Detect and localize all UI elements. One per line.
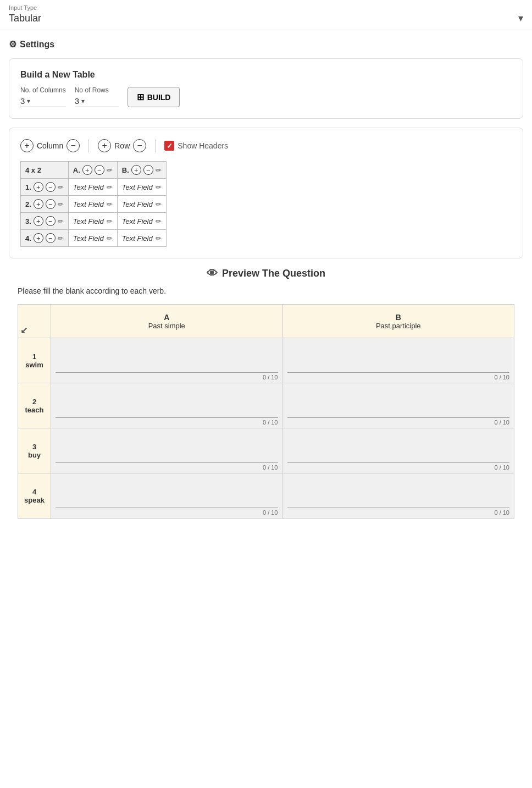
preview-row-word-0: swim xyxy=(18,361,51,369)
build-button[interactable]: ⊞ BUILD xyxy=(128,87,180,107)
add-row-0-button[interactable]: + xyxy=(34,182,43,192)
input-type-label: Input Type xyxy=(9,4,523,11)
edit-cell-2-a-icon[interactable]: ✏ xyxy=(107,217,113,225)
preview-input-cell-1-b[interactable]: 0 / 10 xyxy=(282,383,514,428)
remove-row-3-button[interactable]: − xyxy=(46,233,56,243)
edit-row-3-icon[interactable]: ✏ xyxy=(58,234,64,243)
preview-input-cell-1-a[interactable]: 0 / 10 xyxy=(51,383,283,428)
add-col-b-button[interactable]: + xyxy=(131,165,141,175)
preview-input-cell-0-a[interactable]: 0 / 10 xyxy=(51,338,283,383)
add-row-1-button[interactable]: + xyxy=(34,199,43,209)
row-num-3: 4. xyxy=(25,234,31,243)
preview-table: ↙ A Past simple B Past participle 1 xyxy=(18,304,514,519)
table-row: 2. + − ✏ Text Field ✏ Text Field ✏ xyxy=(21,196,167,213)
remove-column-button[interactable]: − xyxy=(66,139,80,152)
cell-3-b-value: Text Field xyxy=(122,234,153,243)
preview-col-b-sub: Past participle xyxy=(283,322,514,330)
cell-1-a: Text Field ✏ xyxy=(68,196,117,213)
build-icon: ⊞ xyxy=(137,92,144,102)
rows-select[interactable]: 3 ▾ xyxy=(75,96,119,107)
columns-label: No. of Columns xyxy=(20,86,66,94)
preview-textarea-1-a[interactable] xyxy=(56,388,278,415)
columns-value: 3 xyxy=(20,96,25,106)
cell-0-a-value: Text Field xyxy=(73,183,104,191)
edit-row-2-icon[interactable]: ✏ xyxy=(58,217,64,225)
cell-2-a: Text Field ✏ xyxy=(68,213,117,230)
columns-arrow-icon: ▾ xyxy=(27,97,30,105)
row-num-0: 1. xyxy=(25,183,31,191)
preview-row-header-0: 1 swim xyxy=(18,338,51,383)
edit-cell-0-a-icon[interactable]: ✏ xyxy=(107,183,113,191)
add-column-button[interactable]: + xyxy=(20,139,34,152)
data-table: 4 x 2 A. + − ✏ B. + − xyxy=(20,161,167,247)
cell-0-a: Text Field ✏ xyxy=(68,179,117,196)
columns-field: No. of Columns 3 ▾ xyxy=(20,86,66,107)
col-a-header: A. + − ✏ xyxy=(68,162,117,179)
remove-col-a-button[interactable]: − xyxy=(95,165,104,175)
preview-textarea-1-b[interactable] xyxy=(287,388,510,415)
row-label: Row xyxy=(114,141,130,150)
edit-col-a-icon[interactable]: ✏ xyxy=(107,166,113,174)
show-headers-label: Show Headers xyxy=(178,141,228,150)
build-table-title: Build a New Table xyxy=(20,70,512,80)
preview-row-header-1: 2 teach xyxy=(18,383,51,428)
edit-row-0-icon[interactable]: ✏ xyxy=(58,183,64,191)
preview-input-cell-3-b[interactable]: 0 / 10 xyxy=(282,473,514,519)
col-b-letter: B. xyxy=(122,166,129,174)
cell-2-a-value: Text Field xyxy=(73,217,104,225)
build-table-card: Build a New Table No. of Columns 3 ▾ No … xyxy=(9,58,523,119)
preview-textarea-3-b[interactable] xyxy=(287,478,510,505)
cell-0-b-value: Text Field xyxy=(122,183,153,191)
preview-input-cell-2-a[interactable]: 0 / 10 xyxy=(51,428,283,473)
columns-select[interactable]: 3 ▾ xyxy=(20,96,66,107)
cell-0-b: Text Field ✏ xyxy=(117,179,166,196)
rows-value: 3 xyxy=(75,96,79,106)
edit-col-b-icon[interactable]: ✏ xyxy=(156,166,162,174)
remove-row-button[interactable]: − xyxy=(133,139,146,152)
settings-section: ⚙ Settings Build a New Table No. of Colu… xyxy=(0,30,532,532)
input-type-select[interactable]: Tabular ▾ xyxy=(9,12,523,30)
preview-input-cell-3-a[interactable]: 0 / 10 xyxy=(51,473,283,519)
toolbar-divider-2 xyxy=(155,139,156,152)
preview-input-cell-0-b[interactable]: 0 / 10 xyxy=(282,338,514,383)
preview-row-word-3: speak xyxy=(18,496,51,504)
edit-cell-0-b-icon[interactable]: ✏ xyxy=(156,183,162,191)
edit-cell-3-a-icon[interactable]: ✏ xyxy=(107,234,113,243)
remove-row-0-button[interactable]: − xyxy=(46,182,56,192)
cell-3-a-value: Text Field xyxy=(73,234,104,243)
edit-cell-2-b-icon[interactable]: ✏ xyxy=(156,217,162,225)
preview-counter-2-a: 0 / 10 xyxy=(56,462,278,471)
add-row-3-button[interactable]: + xyxy=(34,233,43,243)
remove-row-1-button[interactable]: − xyxy=(46,199,56,209)
row-num-cell-2: 3. + − ✏ xyxy=(21,213,69,230)
add-col-a-button[interactable]: + xyxy=(82,165,92,175)
preview-counter-3-a: 0 / 10 xyxy=(56,508,278,516)
show-headers-checkbox[interactable] xyxy=(164,141,174,151)
add-row-button[interactable]: + xyxy=(98,139,111,152)
preview-textarea-2-b[interactable] xyxy=(287,433,510,460)
toolbar-row: + Column − + Row − Show Headers xyxy=(20,139,512,152)
preview-row-num-1: 2 xyxy=(18,398,51,406)
edit-cell-3-b-icon[interactable]: ✏ xyxy=(156,234,162,243)
preview-textarea-3-a[interactable] xyxy=(56,478,278,505)
show-headers-group: Show Headers xyxy=(164,141,228,151)
gear-icon: ⚙ xyxy=(9,39,16,49)
preview-col-a-header: A Past simple xyxy=(51,305,283,338)
edit-row-1-icon[interactable]: ✏ xyxy=(58,200,64,208)
rows-label: No of Rows xyxy=(75,86,119,94)
preview-input-cell-2-b[interactable]: 0 / 10 xyxy=(282,428,514,473)
remove-col-b-button[interactable]: − xyxy=(143,165,153,175)
preview-textarea-0-b[interactable] xyxy=(287,343,510,370)
preview-textarea-2-a[interactable] xyxy=(56,433,278,460)
table-row: 4. + − ✏ Text Field ✏ Text Field ✏ xyxy=(21,230,167,247)
table-row: 3. + − ✏ Text Field ✏ Text Field ✏ xyxy=(21,213,167,230)
table-size-header: 4 x 2 xyxy=(21,162,69,179)
preview-col-b-letter: B xyxy=(283,313,514,322)
rows-field: No of Rows 3 ▾ xyxy=(75,86,119,107)
edit-cell-1-a-icon[interactable]: ✏ xyxy=(107,200,113,208)
add-row-2-button[interactable]: + xyxy=(34,216,43,226)
remove-row-2-button[interactable]: − xyxy=(46,216,56,226)
row-num-cell-0: 1. + − ✏ xyxy=(21,179,69,196)
preview-textarea-0-a[interactable] xyxy=(56,343,278,370)
edit-cell-1-b-icon[interactable]: ✏ xyxy=(156,200,162,208)
